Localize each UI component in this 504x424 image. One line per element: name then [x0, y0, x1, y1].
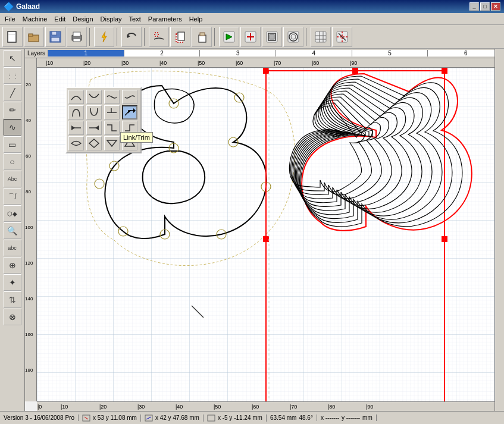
svg-rect-14	[178, 32, 184, 40]
tooltip-text: Link/Trim	[123, 134, 150, 141]
layer-5[interactable]: 5	[352, 50, 428, 56]
engrave-button[interactable]	[240, 27, 261, 47]
curve-tool-1[interactable]	[68, 90, 84, 104]
rect-tool[interactable]: ▭	[4, 136, 21, 153]
menu-file[interactable]: File	[1, 14, 19, 24]
magnify-tool[interactable]: 🔍	[4, 222, 21, 239]
layer-3[interactable]: 3	[200, 50, 276, 56]
status-measure: 63.54 mm 48.6°	[267, 414, 317, 421]
curve-tool-6[interactable]	[86, 105, 102, 120]
new-button[interactable]	[2, 27, 23, 47]
curve-tool[interactable]: ∿	[4, 119, 21, 136]
menu-edit[interactable]: Edit	[51, 14, 69, 24]
circle-tool[interactable]: ○	[4, 153, 21, 170]
undo-button[interactable]	[121, 27, 142, 47]
statusbar: Version 3 - 16/06/2008 Pro x 53 y 11.08 …	[0, 411, 504, 424]
cut-button[interactable]	[149, 27, 169, 47]
layers-bar: Layers 1 2 3 4 5 6	[25, 49, 504, 58]
ruler-top: |10 |20 |30 |40 |50 |60 |70 |80 |90	[37, 58, 504, 68]
svg-line-79	[84, 417, 88, 419]
curve-tool-4[interactable]	[122, 90, 137, 104]
open-button[interactable]	[24, 27, 44, 47]
compass-tool[interactable]: ⊗	[4, 309, 21, 325]
spline-tool[interactable]: ⌒∫	[4, 188, 21, 205]
contour-button[interactable]	[283, 27, 303, 47]
curve-tool-3[interactable]	[104, 90, 120, 104]
curve-tool-11[interactable]	[104, 121, 120, 135]
scrollbar-right[interactable]	[494, 49, 504, 411]
close-button[interactable]: ✕	[491, 2, 500, 11]
toolbar	[0, 25, 504, 49]
left-toolbar: ↖ ⋮⋮ ╱ ✏ ∿ ▭ ○ Abc ⌒∫ ⬡◆ 🔍 abc ⊕ ✦ ⇅ ⊗	[0, 49, 25, 411]
drawing-canvas[interactable]: 0 |10 |20 |30 |40 |50 |60 |70 |80 |90	[37, 68, 494, 401]
status-pos1: x 53 y 11.08 mm	[79, 414, 141, 422]
curve-tool-9[interactable]	[68, 121, 84, 135]
node-tool[interactable]: ⬡◆	[4, 205, 21, 222]
canvas-area[interactable]: Layers 1 2 3 4 5 6 |10 |20 |30 |40 |50 |…	[25, 49, 504, 411]
svg-rect-0	[8, 32, 16, 42]
label-tool[interactable]: abc	[4, 240, 21, 256]
svg-marker-10	[102, 32, 107, 42]
layer-4[interactable]: 4	[276, 50, 352, 56]
grid-button[interactable]	[311, 27, 331, 47]
line2-tool[interactable]: ⊕	[4, 257, 21, 274]
copy-button[interactable]	[170, 27, 190, 47]
svg-rect-52	[442, 68, 447, 74]
svg-rect-15	[199, 35, 206, 42]
ruler-left: 20 40 60 80 100 120 140 160 180	[25, 58, 37, 401]
menu-help[interactable]: Help	[186, 14, 206, 24]
knife-tool[interactable]: ✦	[4, 274, 21, 291]
points-tool[interactable]: ⋮⋮	[4, 67, 21, 84]
arrow-tool[interactable]: ↖	[4, 50, 21, 67]
text-tool[interactable]: Abc	[4, 171, 21, 187]
curve-tool-15[interactable]	[104, 136, 120, 150]
cam-button[interactable]	[332, 27, 352, 47]
svg-marker-77	[95, 125, 99, 130]
svg-rect-3	[29, 34, 33, 36]
import-button[interactable]	[94, 27, 114, 47]
pocket-button[interactable]	[262, 27, 282, 47]
curve-tool-10[interactable]	[86, 121, 102, 135]
svg-rect-23	[270, 34, 274, 39]
svg-marker-75	[71, 125, 75, 130]
svg-marker-72	[133, 108, 136, 113]
layer-2[interactable]: 2	[124, 50, 201, 56]
save-button[interactable]	[45, 27, 65, 47]
print-button[interactable]	[67, 27, 87, 47]
pen-tool[interactable]: ✏	[4, 102, 21, 118]
svg-rect-12	[155, 33, 158, 36]
menu-text[interactable]: Text	[126, 14, 145, 24]
curve-tool-13[interactable]	[68, 136, 84, 150]
curve-tool-7[interactable]	[104, 105, 120, 120]
start-button[interactable]	[219, 27, 239, 47]
curve-tool-5[interactable]	[68, 105, 84, 120]
menu-display[interactable]: Display	[97, 14, 126, 24]
layer-6[interactable]: 6	[428, 50, 504, 56]
link-trim-button[interactable]	[122, 105, 137, 120]
sep3	[144, 28, 146, 46]
svg-marker-11	[127, 34, 130, 38]
sep2	[117, 28, 119, 46]
maximize-button[interactable]: □	[480, 2, 490, 11]
menu-machine[interactable]: Machine	[19, 14, 51, 24]
minimize-button[interactable]: _	[469, 2, 479, 11]
scroll-tool[interactable]: ⇅	[4, 291, 21, 308]
curve-tool-14[interactable]	[86, 136, 102, 150]
titlebar: 🔷 Galaad _ □ ✕	[0, 0, 504, 13]
menu-design[interactable]: Design	[69, 14, 96, 24]
layers-label: Layers	[25, 50, 48, 56]
svg-rect-50	[263, 68, 269, 74]
float-toolbar	[65, 87, 142, 153]
pos2-icon	[145, 414, 153, 422]
svg-rect-82	[208, 415, 215, 421]
pos1-icon	[82, 414, 90, 422]
svg-rect-54	[442, 236, 447, 242]
svg-rect-51	[352, 68, 358, 74]
paste-button[interactable]	[192, 27, 212, 47]
status-version: Version 3 - 16/06/2008 Pro	[0, 414, 79, 421]
line-tool[interactable]: ╱	[4, 84, 21, 101]
menu-parameters[interactable]: Parameters	[145, 14, 186, 24]
sep5	[306, 28, 308, 46]
curve-tool-2[interactable]	[86, 90, 102, 104]
layer-1[interactable]: 1	[48, 50, 124, 56]
